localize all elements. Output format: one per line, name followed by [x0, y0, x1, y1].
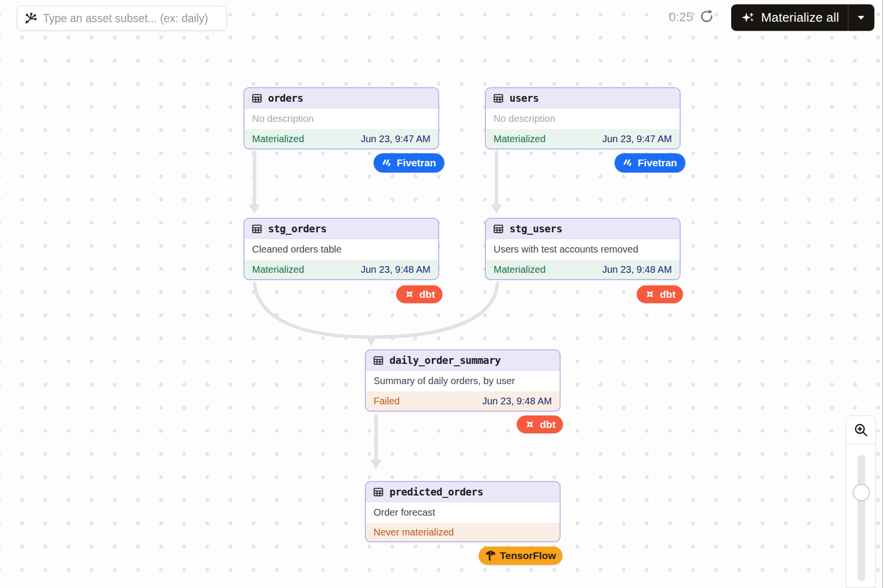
refresh-icon[interactable] — [699, 9, 714, 24]
badge-label: Fivetran — [638, 157, 677, 169]
asset-node-description: No description — [486, 108, 680, 130]
asset-node-header: predicted_orders — [366, 482, 560, 502]
materialize-options-button[interactable] — [848, 4, 874, 31]
fivetran-icon — [382, 158, 392, 168]
arrowhead-icon — [249, 204, 260, 214]
asset-node-status-row: Failed Jun 23, 9:48 AM — [366, 392, 560, 411]
status-timestamp: Jun 23, 9:48 AM — [482, 396, 552, 407]
asset-node-daily_order_summary[interactable]: daily_order_summary Summary of daily ord… — [365, 349, 561, 412]
zoom-slider-thumb[interactable] — [853, 484, 870, 501]
zoom-slider-track[interactable] — [857, 455, 865, 581]
table-grid-icon — [493, 223, 504, 235]
status-label: Failed — [374, 396, 400, 407]
status-timestamp: Jun 23, 9:48 AM — [602, 264, 672, 275]
asset-node-title: stg_users — [509, 223, 562, 235]
dbt-icon — [524, 418, 536, 430]
materialize-all-button[interactable]: Materialize all — [731, 4, 848, 31]
asset-node-stg_orders[interactable]: stg_orders Cleaned orders table Material… — [243, 218, 439, 280]
compute-kind-badge-fivetran: Fivetran — [615, 153, 685, 173]
status-label: Never materialized — [374, 527, 454, 538]
asset-node-stg_users[interactable]: stg_users Users with test accounts remov… — [485, 218, 681, 280]
viewport-right-divider — [882, 0, 883, 588]
refresh-timer: 0:25 — [662, 10, 693, 25]
fivetran-icon — [623, 158, 633, 168]
badge-label: dbt — [419, 289, 435, 300]
asset-node-title: daily_order_summary — [389, 355, 501, 366]
materialize-all-label: Materialize all — [761, 10, 839, 25]
compute-kind-badge-dbt: dbt — [517, 415, 563, 433]
table-grid-icon — [373, 355, 384, 366]
asset-filter-input[interactable] — [43, 12, 222, 25]
badge-label: TensorFlow — [500, 550, 556, 561]
asset-node-description: Summary of daily orders, by user — [366, 371, 560, 392]
asset-filter-searchbox[interactable] — [17, 6, 227, 31]
compute-kind-badge-tensorflow: TensorFlow — [479, 547, 563, 565]
table-grid-icon — [493, 93, 504, 104]
edge-stg_orders-daily — [254, 283, 368, 337]
asset-node-status-row: Materialized Jun 23, 9:48 AM — [486, 260, 680, 279]
tensorflow-icon — [485, 550, 496, 561]
asset-node-description: No description — [244, 108, 438, 130]
status-timestamp: Jun 23, 9:48 AM — [361, 264, 430, 275]
table-grid-icon — [251, 223, 263, 235]
zoom-in-button[interactable] — [846, 415, 876, 444]
zoom-slider[interactable] — [846, 444, 876, 588]
arrowhead-icon — [370, 460, 382, 469]
asset-node-description: Users with test accounts removed — [486, 239, 680, 260]
table-grid-icon — [373, 486, 384, 498]
badge-label: dbt — [540, 419, 556, 430]
badge-label: dbt — [660, 289, 676, 300]
asset-node-predicted_orders[interactable]: predicted_orders Order forecast Never ma… — [365, 481, 561, 542]
asset-node-header: orders — [244, 88, 438, 108]
asset-node-title: users — [509, 93, 539, 104]
asset-node-header: stg_users — [486, 219, 680, 239]
sparkles-icon — [741, 11, 755, 25]
badge-label: Fivetran — [397, 157, 436, 169]
magnifier-plus-icon — [853, 422, 869, 438]
dbt-icon — [403, 288, 415, 300]
status-timestamp: Jun 23, 9:47 AM — [602, 134, 672, 145]
table-grid-icon — [251, 93, 263, 104]
status-label: Materialized — [252, 134, 304, 145]
compute-kind-badge-fivetran: Fivetran — [374, 153, 444, 173]
asset-node-title: predicted_orders — [389, 486, 483, 498]
arrowhead-icon — [365, 336, 377, 346]
status-label: Materialized — [494, 134, 546, 145]
asset-node-users[interactable]: users No description Materialized Jun 23… — [485, 87, 681, 149]
compute-kind-badge-dbt: dbt — [396, 285, 442, 303]
asset-node-status-row: Never materialized — [366, 523, 560, 541]
status-label: Materialized — [252, 264, 304, 275]
status-label: Materialized — [494, 264, 546, 275]
asset-node-orders[interactable]: orders No description Materialized Jun 2… — [243, 87, 439, 149]
asset-node-description: Order forecast — [366, 502, 560, 523]
asset-graph-canvas[interactable]: 0:25 Materialize all — [0, 0, 884, 588]
asset-node-header: users — [486, 88, 680, 108]
asset-node-title: orders — [268, 93, 303, 104]
asset-node-status-row: Materialized Jun 23, 9:48 AM — [244, 260, 438, 279]
asset-node-title: stg_orders — [268, 223, 326, 235]
status-timestamp: Jun 23, 9:47 AM — [361, 134, 430, 145]
compute-kind-badge-dbt: dbt — [637, 285, 683, 303]
dbt-icon — [644, 288, 656, 300]
materialize-all-button-group: Materialize all — [731, 4, 874, 31]
caret-down-icon — [857, 15, 865, 20]
asset-node-status-row: Materialized Jun 23, 9:47 AM — [486, 130, 680, 148]
arrowhead-icon — [491, 204, 502, 214]
asset-node-status-row: Materialized Jun 23, 9:47 AM — [244, 130, 438, 148]
zoom-control — [846, 415, 876, 588]
asset-node-description: Cleaned orders table — [244, 239, 438, 260]
asset-node-header: daily_order_summary — [366, 350, 560, 371]
asset-graph-icon — [24, 12, 37, 25]
asset-node-header: stg_orders — [244, 219, 438, 239]
